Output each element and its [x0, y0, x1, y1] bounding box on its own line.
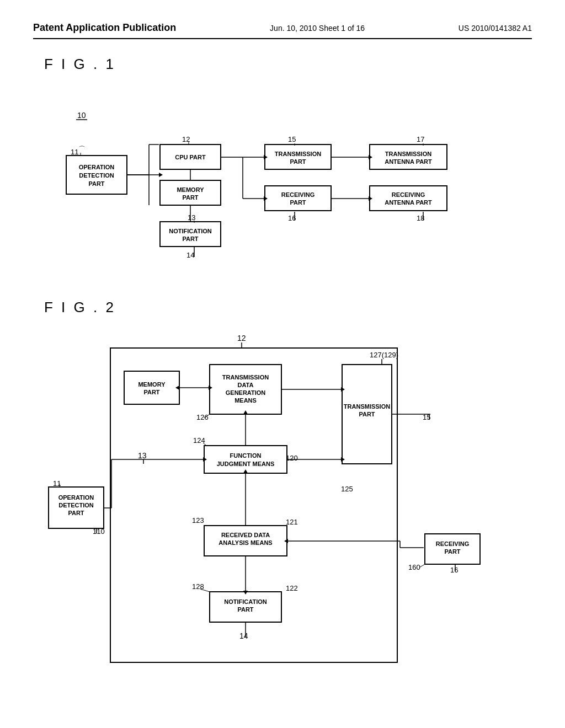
svg-text:13: 13: [188, 213, 195, 222]
page: Patent Application Publication Jun. 10, …: [0, 0, 565, 728]
svg-text:MEMORY: MEMORY: [138, 381, 166, 388]
svg-text:JUDGMENT MEANS: JUDGMENT MEANS: [217, 461, 275, 467]
svg-text:RECEIVING: RECEIVING: [281, 191, 315, 198]
fig1-svg: 10 OPERATION DETECTION PART 11 ⌒ CPU PAR…: [33, 84, 530, 288]
svg-text:120: 120: [286, 454, 298, 462]
fig1-diagram: 10 OPERATION DETECTION PART 11 ⌒ CPU PAR…: [33, 84, 532, 293]
svg-text:122: 122: [286, 584, 298, 592]
svg-text:RECEIVING: RECEIVING: [392, 191, 425, 198]
svg-text:GENERATION: GENERATION: [226, 389, 266, 396]
svg-text:⌒: ⌒: [78, 145, 86, 153]
svg-text:TRANSMISSION: TRANSMISSION: [222, 374, 269, 381]
svg-text:12: 12: [237, 334, 246, 342]
svg-text:TRANSMISSION: TRANSMISSION: [344, 403, 390, 410]
svg-text:MEMORY: MEMORY: [177, 186, 204, 193]
fig2-label: F I G . 2: [44, 299, 532, 316]
svg-text:DATA: DATA: [238, 382, 254, 388]
fig1-label: F I G . 1: [44, 56, 532, 73]
svg-line-39: [127, 157, 159, 175]
svg-text:NOTIFICATION: NOTIFICATION: [169, 228, 211, 234]
svg-text:NOTIFICATION: NOTIFICATION: [224, 598, 266, 605]
svg-text:PART: PART: [237, 606, 253, 613]
svg-marker-41: [159, 173, 163, 177]
box-recv-ant: [370, 186, 447, 211]
svg-text:ANTENNA PART: ANTENNA PART: [385, 158, 432, 165]
header-patent-number: US 2010/0141382 A1: [459, 24, 532, 33]
svg-text:127(129): 127(129): [370, 351, 398, 359]
svg-text:CPU PART: CPU PART: [175, 154, 206, 160]
svg-text:13: 13: [138, 451, 147, 460]
svg-text:14: 14: [186, 251, 194, 259]
svg-text:PART: PART: [143, 389, 159, 395]
svg-text:123: 123: [192, 516, 204, 524]
svg-text:PART: PART: [182, 235, 198, 242]
svg-text:RECEIVED DATA: RECEIVED DATA: [221, 532, 270, 538]
svg-text:PART: PART: [88, 180, 104, 187]
svg-text:PART: PART: [444, 548, 460, 555]
svg-text:PART: PART: [182, 194, 198, 201]
box-func-judge: [204, 446, 287, 473]
svg-text:ANTENNA PART: ANTENNA PART: [385, 199, 432, 206]
fig2-diagram: 12 127(129) TRANSMISSION PART MEMORY PAR…: [33, 327, 532, 713]
svg-text:PART: PART: [68, 510, 84, 516]
svg-text:ANALYSIS MEANS: ANALYSIS MEANS: [218, 539, 272, 546]
svg-text:DETECTION: DETECTION: [79, 172, 114, 179]
page-header: Patent Application Publication Jun. 10, …: [33, 22, 532, 39]
svg-text:11: 11: [71, 148, 78, 156]
svg-text:PART: PART: [290, 199, 306, 206]
header-publication-label: Patent Application Publication: [33, 22, 176, 34]
box-memory2: [124, 371, 179, 404]
svg-text:OPERATION: OPERATION: [58, 494, 94, 501]
box-recv: [265, 186, 331, 211]
svg-text:121: 121: [286, 518, 298, 526]
svg-text:OPERATION: OPERATION: [79, 164, 115, 170]
svg-text:PART: PART: [359, 411, 375, 417]
svg-text:160: 160: [408, 563, 420, 571]
svg-text:15: 15: [288, 135, 296, 143]
svg-text:PART: PART: [290, 158, 306, 165]
svg-text:RECEIVING: RECEIVING: [436, 540, 470, 547]
svg-text:TRANSMISSION: TRANSMISSION: [385, 151, 431, 157]
fig2-svg: 12 127(129) TRANSMISSION PART MEMORY PAR…: [33, 327, 530, 702]
svg-text:DETECTION: DETECTION: [58, 502, 94, 508]
svg-text:125: 125: [341, 485, 353, 493]
svg-text:110: 110: [93, 527, 105, 536]
svg-text:16: 16: [450, 566, 458, 574]
svg-text:FUNCTION: FUNCTION: [230, 452, 262, 459]
svg-text:126: 126: [196, 413, 209, 421]
header-date-sheet: Jun. 10, 2010 Sheet 1 of 16: [270, 24, 365, 33]
svg-text:14: 14: [239, 631, 248, 640]
svg-text:MEANS: MEANS: [234, 397, 257, 404]
svg-text:TRANSMISSION: TRANSMISSION: [275, 151, 321, 157]
svg-text:17: 17: [417, 135, 424, 143]
ref-10: 10: [77, 111, 86, 120]
